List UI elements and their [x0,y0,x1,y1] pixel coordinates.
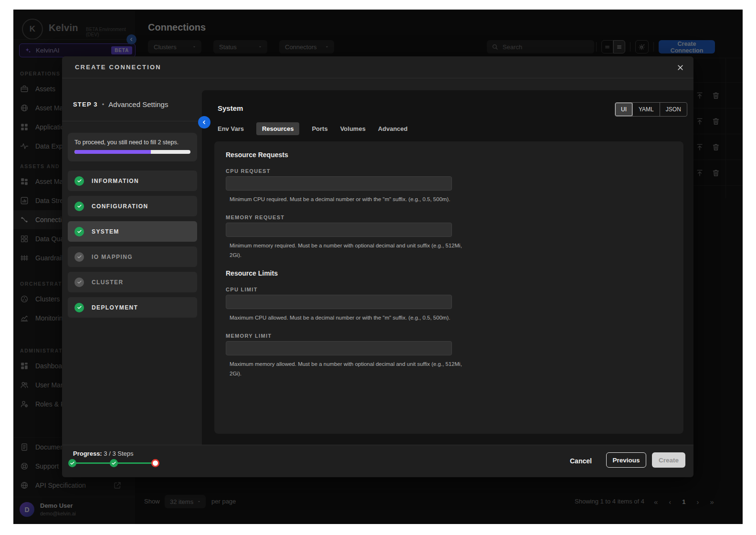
form-section-heading: Resource Limits [226,269,278,277]
progress-notice: To proceed, you still need to fill 2 ste… [68,133,197,161]
tab-volumes[interactable]: Volumes [340,122,366,135]
step-header: STEP 3 • Advanced Settings [73,100,168,108]
cancel-button[interactable]: Cancel [567,453,595,469]
tab-advanced[interactable]: Advanced [378,122,408,135]
chevron-left-icon [201,119,207,125]
left-panel-divider [62,121,202,121]
progress-bar [74,150,190,154]
input-cpu-request[interactable] [226,176,452,191]
field-help-text: Maximum memory allowed. Must be a number… [230,359,564,378]
view-mode-json[interactable]: JSON [660,103,687,116]
stepper-connector [117,462,152,464]
view-mode-ui[interactable]: UI [615,103,632,116]
field-label-memory-request: MEMORY REQUEST [226,214,284,220]
wizard-step-label: CONFIGURATION [92,203,148,210]
input-cpu-limit[interactable] [226,295,452,309]
wizard-step-label: INFORMATION [92,178,139,184]
footer-progress: Progress: 3 / 3 Steps [73,450,133,457]
tab-resources[interactable]: Resources [256,122,299,135]
progress-bar-fill [74,150,151,154]
check-circle-pending-icon [74,278,84,287]
step-number: STEP 3 [73,101,98,108]
wizard-step-cluster[interactable]: CLUSTER [68,272,197,292]
step-title: Advanced Settings [108,100,168,108]
footer-progress-label: Progress: [73,450,102,457]
panel-tabs: Env VarsResourcesPortsVolumesAdvanced [218,121,408,136]
wizard-step-label: CLUSTER [92,279,123,286]
wizard-step-configuration[interactable]: CONFIGURATION [68,196,197,216]
panel-title: System [218,104,243,112]
modal-footer: Progress: 3 / 3 Steps Cancel Previous Cr… [62,445,693,477]
field-label-cpu-request: CPU REQUEST [226,168,271,174]
wizard-step-label: DEPLOYMENT [92,304,138,311]
field-label-cpu-limit: CPU LIMIT [226,287,258,292]
check-circle-pending-icon [74,252,84,262]
footer-progress-value: 3 / 3 Steps [104,450,133,457]
create-button[interactable]: Create [652,452,685,468]
create-connection-modal: CREATE CONNECTION STEP 3 • Advanced Sett… [62,56,693,477]
check-circle-icon [74,303,84,312]
previous-button[interactable]: Previous [606,452,646,468]
wizard-step-io-mapping[interactable]: IO MAPPING [68,246,197,267]
wizard-step-deployment[interactable]: DEPLOYMENT [68,297,197,318]
footer-stepper [68,459,164,468]
input-memory-limit[interactable] [226,341,452,355]
check-circle-icon [74,176,84,186]
resources-form: Resource RequestsCPU REQUESTMinimum CPU … [214,141,683,434]
check-circle-icon [74,202,84,211]
field-help-text: Minimum memory required. Must be a numbe… [230,241,564,260]
wizard-step-label: IO MAPPING [92,254,133,260]
wizard-step-system[interactable]: SYSTEM [68,221,197,242]
view-mode-switch: UIYAMLJSON [615,102,687,117]
close-icon[interactable] [675,63,685,72]
tab-env-vars[interactable]: Env Vars [218,122,244,135]
wizard-step-information[interactable]: INFORMATION [68,171,197,191]
step-list: INFORMATIONCONFIGURATIONSYSTEMIO MAPPING… [68,171,197,322]
kelvin-app: K Kelvin BETA Environment (DEV) KelvinAI… [13,10,743,524]
progress-notice-text: To proceed, you still need to fill 2 ste… [74,139,190,146]
panel-collapse-button[interactable] [198,116,210,128]
modal-title: CREATE CONNECTION [75,64,161,71]
screenshot-stage: K Kelvin BETA Environment (DEV) KelvinAI… [0,0,756,535]
check-circle-icon [74,227,84,236]
field-label-memory-limit: MEMORY LIMIT [226,333,272,339]
tab-ports[interactable]: Ports [312,122,327,135]
view-mode-yaml[interactable]: YAML [632,103,660,116]
stepper-current-icon [151,459,159,467]
step-separator: • [102,101,105,108]
field-help-text: Maximum CPU allowed. Must be a decimal n… [230,313,564,322]
input-memory-request[interactable] [226,223,452,237]
wizard-step-label: SYSTEM [92,228,119,235]
field-help-text: Minimum CPU required. Must be a decimal … [230,194,564,204]
form-section-heading: Resource Requests [226,151,288,159]
modal-header: CREATE CONNECTION [62,56,693,78]
stepper-connector [75,462,111,464]
